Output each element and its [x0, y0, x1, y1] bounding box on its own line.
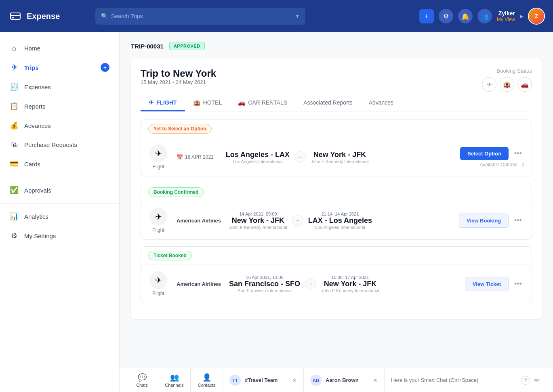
search-icon: 🔍	[101, 13, 108, 19]
sidebar-item-my-settings[interactable]: ⚙ My Settings	[0, 226, 119, 245]
select-option-button[interactable]: Select Option	[460, 147, 509, 160]
smart-chat-area[interactable]: ? ✏	[385, 376, 547, 385]
trip-card: Trip to New York 15 May 2021 - 24 May 20…	[131, 58, 542, 319]
sidebar-item-purchase-requests[interactable]: 🛍 Purchase Requests	[0, 135, 119, 154]
sidebar-item-reports[interactable]: 📋 Reports	[0, 96, 119, 116]
sidebar-item-analytics[interactable]: 📊 Analytics	[0, 207, 119, 226]
sidebar-item-advances[interactable]: 💰 Advances	[0, 116, 119, 135]
tab-reports-label: Associated Reports	[303, 99, 352, 106]
gear-icon: ⚙	[443, 13, 449, 20]
trips-badge[interactable]: +	[101, 63, 109, 72]
tab-advances[interactable]: Advances	[361, 95, 402, 111]
flight-3-from-city: San Francisco - SFO	[229, 280, 300, 288]
search-dropdown-icon[interactable]: ▼	[295, 14, 300, 19]
app-logo: Expense	[8, 9, 89, 23]
sidebar-label-home: Home	[24, 45, 40, 52]
flight-1-from-city: Los Angeles - LAX	[226, 151, 290, 159]
content-area: TRIP-00031 APPROVED Trip to New York 15 …	[120, 32, 553, 392]
flight-2-row: ✈ Flight American Airlines 14 Apr 2021, …	[141, 201, 532, 239]
flight-1-status: Yet to Select an Option	[148, 124, 212, 134]
tab-flight-icon: ✈	[149, 99, 154, 106]
flight-3-airline: American Airlines	[177, 281, 221, 287]
search-bar[interactable]: 🔍 ▼	[95, 8, 305, 25]
sidebar-item-cards[interactable]: 💳 Cards	[0, 154, 119, 174]
flight-1-date: 📅 18 APR 2021	[177, 154, 214, 160]
tab-hotel-label: HOTEL	[203, 99, 222, 106]
notifications-button[interactable]: 🔔	[458, 9, 473, 23]
chat-panel-travel-team[interactable]: TT #Travel Team ✕	[223, 368, 304, 392]
flight-1-header: Yet to Select an Option	[141, 120, 532, 138]
booking-flight-icon-btn[interactable]: ✈	[482, 77, 496, 92]
aaron-close-button[interactable]: ✕	[373, 377, 378, 384]
aaron-name: Aaron Brown	[326, 377, 359, 383]
trip-status-badge: APPROVED	[169, 42, 205, 50]
help-icon: ?	[521, 376, 530, 385]
contacts-label: Contacts	[198, 383, 215, 388]
flight-1-to: New York - JFK John F Kennedy Internatio…	[311, 151, 369, 164]
trip-title: Trip to New York	[141, 68, 216, 79]
trip-dates: 15 May 2021 - 24 May 2021	[141, 79, 216, 85]
view-ticket-button[interactable]: View Ticket	[465, 277, 509, 291]
tab-car-rentals[interactable]: 🚗 CAR RENTALS	[230, 95, 295, 111]
aaron-avatar: AB	[310, 375, 322, 386]
smart-chat-input[interactable]	[391, 377, 517, 383]
flight-1-available-opts: Available Options - 2	[479, 162, 524, 168]
user-dropdown-icon[interactable]: ▶	[520, 14, 523, 19]
sidebar-label-trips: Trips	[24, 64, 39, 71]
booking-hotel-icon-btn[interactable]: 🏨	[500, 77, 514, 92]
tab-hotel-icon: 🏨	[193, 99, 201, 106]
sidebar-item-trips[interactable]: ✈ Trips +	[0, 58, 119, 77]
add-button[interactable]: +	[419, 9, 434, 23]
tab-advances-label: Advances	[369, 99, 393, 106]
booking-status-label: Booking Status	[482, 68, 532, 74]
settings-icon: ⚙	[10, 231, 19, 240]
flight-1-route: Los Angeles - LAX Los Angeles Internatio…	[226, 151, 448, 164]
channels-nav-btn[interactable]: 👥 Channels	[158, 368, 191, 392]
cards-icon: 💳	[10, 159, 19, 168]
tab-flight-label: FLIGHT	[156, 99, 177, 106]
flight-2-from-city: New York - JFK	[229, 216, 287, 225]
bell-icon: 🔔	[461, 13, 469, 20]
logo-icon	[8, 9, 23, 23]
search-input[interactable]	[111, 13, 292, 19]
flight-group-3: Ticket Booked ✈ Flight American Airlines	[141, 246, 532, 303]
flight-3-status: Ticket Booked	[148, 251, 192, 260]
chat-compose-button[interactable]: ✏	[534, 376, 540, 385]
flight-group-1: Yet to Select an Option ✈ Flight 📅 18 AP…	[141, 119, 532, 176]
tab-flight[interactable]: ✈ FLIGHT	[141, 95, 185, 111]
home-icon: ⌂	[10, 44, 19, 52]
tab-hotel[interactable]: 🏨 HOTEL	[185, 95, 230, 111]
flight-3-to-city: New York - JFK	[321, 280, 379, 288]
app-name: Expense	[27, 12, 60, 21]
settings-button[interactable]: ⚙	[439, 9, 453, 23]
sidebar-item-approvals[interactable]: ✅ Approvals	[0, 180, 119, 200]
flight-1-to-airport: John F Kennedy International	[311, 159, 369, 164]
chat-help-button[interactable]: ?	[521, 376, 530, 385]
chat-panel-aaron[interactable]: AB Aaron Brown ✕	[304, 368, 385, 392]
flight-3-actions: View Ticket •••	[456, 277, 524, 291]
sidebar: ⌂ Home ✈ Trips + 🧾 Expenses 📋 Reports 💰 …	[0, 32, 120, 392]
sidebar-item-home[interactable]: ⌂ Home	[0, 39, 119, 58]
users-button[interactable]: 👥	[477, 9, 492, 23]
chats-nav-btn[interactable]: 💬 Chats	[126, 368, 158, 392]
view-booking-button[interactable]: View Booking	[459, 214, 509, 228]
main-layout: ⌂ Home ✈ Trips + 🧾 Expenses 📋 Reports 💰 …	[0, 32, 553, 392]
flight-2-actions: View Booking •••	[456, 214, 524, 228]
booking-car-icon-btn[interactable]: 🚗	[517, 77, 532, 92]
travel-team-close-button[interactable]: ✕	[292, 377, 297, 384]
sidebar-item-expenses[interactable]: 🧾 Expenses	[0, 77, 119, 96]
flight-2-depart-time: 14 Apr 2021, 09:00	[229, 212, 287, 216]
tab-associated-reports[interactable]: Associated Reports	[295, 95, 360, 111]
flight-1-more-button[interactable]: •••	[512, 148, 524, 159]
chats-icon: 💬	[138, 373, 147, 382]
flight-3-airline-wrap: American Airlines	[177, 281, 221, 287]
flight-2-more-button[interactable]: •••	[512, 215, 524, 226]
flight-1-action-row: Select Option •••	[460, 147, 524, 160]
flight-3-more-button[interactable]: •••	[512, 278, 524, 290]
flight-3-label: Flight	[152, 291, 164, 296]
flight-3-depart-time: 16 Apr 2021, 13:00	[229, 275, 300, 280]
purchase-icon: 🛍	[10, 140, 19, 149]
flight-3-icon-wrap: ✈ Flight	[148, 271, 168, 296]
avatar[interactable]: Z	[528, 8, 545, 25]
contacts-nav-btn[interactable]: 👤 Contacts	[191, 368, 223, 392]
